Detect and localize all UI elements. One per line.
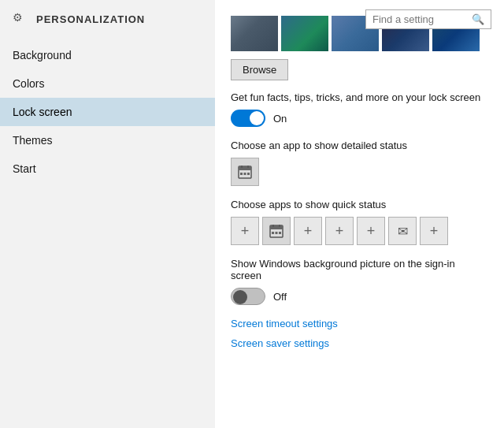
thumbnail-item[interactable] — [281, 16, 328, 51]
fun-facts-toggle-label: On — [273, 113, 287, 125]
sidebar-header: ⚙ PERSONALIZATION — [0, 0, 215, 38]
app-box-plus-3[interactable]: + — [325, 217, 354, 245]
quick-status-section: Choose apps to show quick status + + — [231, 199, 488, 245]
sidebar-item-start[interactable]: Start — [0, 154, 215, 183]
fun-facts-toggle-row: On — [231, 110, 488, 127]
detailed-status-apps — [231, 158, 488, 186]
search-bar[interactable]: 🔍 — [365, 9, 491, 29]
svg-rect-4 — [240, 173, 243, 175]
sidebar: ⚙ PERSONALIZATION Background Colors Lock… — [0, 0, 215, 428]
plus-icon-5: + — [430, 224, 439, 238]
sign-in-section: Show Windows background picture on the s… — [231, 258, 488, 305]
main-content: 🔍 Browse Get fun facts, tips, tricks, an… — [215, 0, 504, 428]
calendar-icon — [237, 164, 253, 180]
search-input[interactable] — [372, 13, 467, 25]
svg-rect-1 — [239, 166, 251, 170]
mail-icon: ✉ — [398, 224, 408, 239]
plus-icon-4: + — [367, 224, 376, 238]
fun-facts-label: Get fun facts, tips, tricks, and more on… — [231, 91, 488, 103]
quick-status-apps: + + + + — [231, 217, 488, 245]
svg-rect-13 — [279, 232, 281, 234]
detailed-status-section: Choose an app to show detailed status — [231, 140, 488, 186]
plus-icon-3: + — [335, 224, 344, 238]
screen-saver-link[interactable]: Screen saver settings — [231, 337, 488, 349]
svg-rect-11 — [272, 232, 274, 234]
plus-icon: + — [241, 224, 250, 238]
app-box-calendar-2[interactable] — [262, 217, 291, 245]
svg-rect-6 — [247, 173, 250, 175]
detailed-status-label: Choose an app to show detailed status — [231, 140, 488, 151]
sidebar-title: PERSONALIZATION — [36, 13, 145, 25]
app-box-plus-5[interactable]: + — [420, 217, 448, 245]
svg-rect-12 — [276, 232, 278, 234]
gear-icon: ⚙ — [13, 11, 28, 27]
app-box-mail[interactable]: ✉ — [388, 217, 417, 245]
sign-in-toggle[interactable] — [231, 288, 265, 305]
app-box-plus-1[interactable]: + — [231, 217, 259, 245]
app-box-plus-4[interactable]: + — [357, 217, 385, 245]
screen-timeout-link[interactable]: Screen timeout settings — [231, 318, 488, 329]
search-icon: 🔍 — [472, 13, 484, 25]
fun-facts-section: Get fun facts, tips, tricks, and more on… — [231, 91, 488, 127]
sidebar-item-background[interactable]: Background — [0, 41, 215, 69]
sidebar-item-themes[interactable]: Themes — [0, 126, 215, 154]
app-box-plus-2[interactable]: + — [294, 217, 322, 245]
quick-status-label: Choose apps to show quick status — [231, 199, 488, 210]
sign-in-toggle-row: Off — [231, 288, 488, 305]
sidebar-nav: Background Colors Lock screen Themes Sta… — [0, 41, 215, 183]
sign-in-toggle-label: Off — [273, 291, 287, 303]
sidebar-item-lock-screen[interactable]: Lock screen — [0, 98, 215, 126]
fun-facts-toggle[interactable] — [231, 110, 265, 127]
sign-in-label: Show Windows background picture on the s… — [231, 258, 488, 281]
app-box-calendar[interactable] — [231, 158, 259, 186]
svg-rect-8 — [270, 225, 283, 229]
svg-rect-5 — [244, 173, 246, 175]
toggle-knob — [250, 111, 264, 125]
calendar-icon-2 — [269, 223, 284, 239]
toggle-knob-off — [233, 290, 247, 304]
thumbnail-item[interactable] — [231, 16, 278, 51]
plus-icon-2: + — [304, 224, 313, 238]
browse-button[interactable]: Browse — [231, 59, 288, 80]
sidebar-item-colors[interactable]: Colors — [0, 69, 215, 98]
